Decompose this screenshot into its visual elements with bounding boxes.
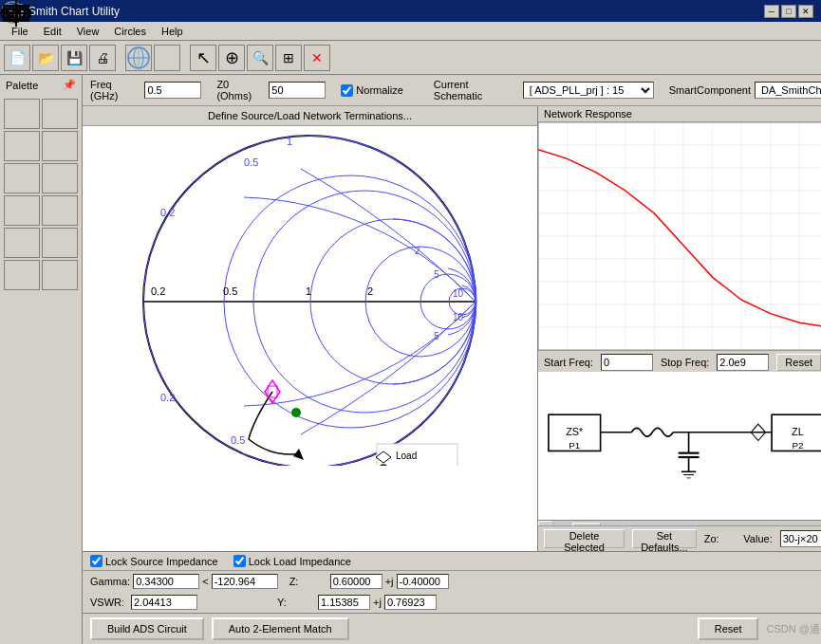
palette-item-8[interactable]	[4, 228, 40, 258]
smith-title: Define Source/Load Network Terminations.…	[83, 106, 537, 126]
main-split: Define Source/Load Network Terminations.…	[83, 106, 821, 551]
action-reset-button[interactable]: Reset	[698, 617, 759, 640]
lock-load-checkbox[interactable]	[233, 555, 246, 567]
add-button[interactable]: ⊕	[218, 45, 245, 71]
normalize-checkbox[interactable]	[341, 84, 353, 97]
smith-button[interactable]: BBQ	[154, 45, 180, 71]
new-button[interactable]: 📄	[4, 45, 30, 71]
toolbar: 📄 📂 💾 🖨 BBQ ↖ ⊕ 🔍 ⊞ ✕	[0, 41, 821, 75]
main-layout: Palette 📌	[0, 75, 821, 644]
auto-match-button[interactable]: Auto 2-Element Match	[212, 617, 349, 640]
delete-selected-button[interactable]: Delete Selected Component	[544, 529, 625, 548]
set-defaults-button[interactable]: Set Defaults...	[632, 529, 697, 548]
ns-diagram-svg: ZS* P1	[538, 372, 821, 520]
nr-chart-svg	[538, 122, 821, 350]
zoom-button[interactable]: 🔍	[247, 45, 273, 71]
watermark: CSDN @通信猫忘了吗?	[766, 622, 821, 636]
palette-item-1[interactable]	[42, 99, 78, 129]
svg-rect-72	[377, 444, 457, 466]
menu-view[interactable]: View	[69, 24, 107, 39]
svg-text:ZL: ZL	[792, 426, 804, 437]
freq-label: Freq (GHz)	[90, 79, 140, 101]
stop-freq-input[interactable]	[717, 354, 769, 371]
stop-freq-label: Stop Freq:	[661, 357, 709, 368]
z-imag-input[interactable]	[397, 574, 449, 589]
maximize-button[interactable]: □	[781, 5, 796, 18]
palette-item-5[interactable]	[42, 163, 78, 193]
select-button[interactable]: ↖	[190, 45, 216, 71]
save-button[interactable]: 💾	[61, 45, 87, 71]
palette-pin-icon[interactable]: 📌	[63, 79, 76, 91]
svg-text:Load: Load	[396, 451, 417, 461]
open-button[interactable]: 📂	[32, 45, 59, 71]
palette-item-6[interactable]	[4, 195, 40, 226]
build-ads-button[interactable]: Build ADS Circuit	[90, 617, 204, 640]
network-response: Network Response	[538, 106, 821, 355]
lock-source-label: Lock Source Impedance	[105, 556, 218, 567]
y-imag-input[interactable]	[384, 595, 437, 610]
svg-text:P1: P1	[569, 440, 580, 451]
current-schematic-label: Current Schematic	[434, 79, 519, 101]
top-controls: Freq (GHz) Z0 (Ohms) Normalize Current S…	[83, 75, 821, 106]
nr-content: Max 1 Type Mag Trace1 S11 Trace2	[538, 122, 821, 350]
nr-freq-bar: Start Freq: Stop Freq: Reset	[538, 350, 821, 374]
close-button[interactable]: ✕	[798, 5, 813, 18]
z0-group: Z0 (Ohms)	[216, 79, 326, 101]
palette-item-7[interactable]: TL	[42, 195, 78, 226]
value-input[interactable]	[780, 530, 821, 547]
nr-reset-button[interactable]: Reset	[776, 354, 821, 371]
ns-diagram: ZS* P1	[538, 372, 821, 520]
lock-source-checkbox[interactable]	[90, 555, 103, 567]
print-button[interactable]: 🖨	[89, 45, 116, 71]
y-real-input[interactable]	[318, 595, 370, 610]
palette-item-10[interactable]: Z	[4, 260, 40, 290]
svg-text:1: 1	[287, 136, 292, 147]
vswr-row: VSWR: Y: +j	[83, 592, 821, 613]
right-panel: Network Response	[538, 106, 821, 551]
network-button[interactable]	[125, 45, 152, 71]
normalize-label: Normalize	[356, 84, 403, 96]
svg-text:5: 5	[434, 269, 439, 280]
gamma-row: Gamma: < Z: +j	[83, 571, 821, 592]
z-label: Z:	[289, 576, 327, 587]
nr-title: Network Response	[538, 106, 821, 122]
svg-text:P2: P2	[792, 440, 803, 451]
z0-input[interactable]	[269, 82, 326, 99]
start-freq-label: Start Freq:	[544, 357, 593, 368]
svg-text:0.2: 0.2	[160, 207, 175, 218]
palette-item-2[interactable]	[4, 131, 40, 161]
gamma-group: Gamma: <	[90, 574, 278, 589]
svg-text:5: 5	[434, 331, 439, 341]
palette-item-11[interactable]: Y	[42, 260, 78, 290]
menu-edit[interactable]: Edit	[36, 24, 69, 39]
palette-label: Palette	[6, 80, 38, 91]
current-schematic-select[interactable]: [ ADS_PLL_prj ] : 15	[523, 82, 654, 99]
smith-chart[interactable]: 1 0.5 0.2 0.2 0.5 10 5 2 10 5 0.2 0.5 1	[83, 126, 537, 551]
menu-circles[interactable]: Circles	[106, 24, 154, 39]
title-text: Smith Chart Utility	[28, 5, 764, 18]
palette-item-3[interactable]	[42, 131, 78, 161]
smart-component-select[interactable]: DA_SmithChartMatch1	[755, 82, 821, 99]
menu-help[interactable]: Help	[154, 24, 191, 39]
svg-text:10: 10	[453, 288, 464, 299]
lock-load-group: Lock Load Impedance	[233, 555, 351, 567]
gamma-value-input[interactable]	[133, 574, 199, 589]
delete-button[interactable]: ✕	[304, 45, 330, 71]
vswr-value-input[interactable]	[131, 595, 197, 610]
freq-group: Freq (GHz)	[90, 79, 201, 101]
svg-text:Y: Y	[9, 9, 14, 18]
gamma-angle-input[interactable]	[212, 574, 278, 589]
grid-button[interactable]: ⊞	[275, 45, 302, 71]
start-freq-input[interactable]	[601, 354, 653, 371]
palette-item-0[interactable]	[4, 99, 40, 129]
z-real-input[interactable]	[330, 574, 383, 589]
content-area: Freq (GHz) Z0 (Ohms) Normalize Current S…	[83, 75, 821, 644]
palette-item-4[interactable]	[4, 163, 40, 193]
palette-item-9[interactable]	[42, 228, 78, 258]
lock-source-group: Lock Source Impedance	[90, 555, 218, 567]
vswr-group: VSWR:	[90, 595, 197, 610]
freq-input[interactable]	[144, 82, 201, 99]
z0-label: Z0 (Ohms)	[216, 79, 265, 101]
palette-grid: TL	[2, 97, 80, 292]
minimize-button[interactable]: ─	[764, 5, 779, 18]
